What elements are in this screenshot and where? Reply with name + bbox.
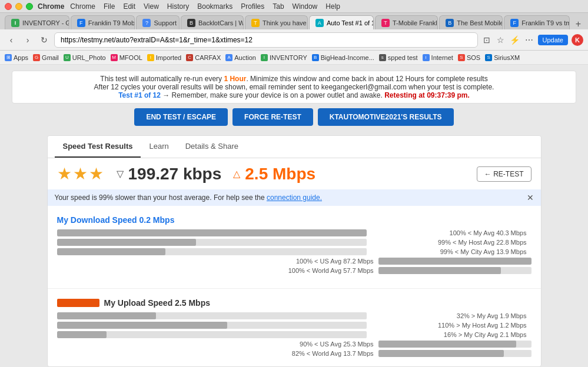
bookmark-bighead[interactable]: B BigHead-Income... bbox=[312, 54, 374, 61]
download-bar-hostval-container bbox=[57, 239, 367, 246]
back-button[interactable]: ‹ bbox=[5, 34, 18, 46]
bookmark-inventory[interactable]: I INVENTORY bbox=[261, 54, 307, 61]
download-bar-hostval-label: 99% < My Host Avg 22.8 Mbps bbox=[367, 239, 531, 246]
menu-tab[interactable]: Tab bbox=[273, 2, 284, 11]
tab-favicon-franklin: F bbox=[77, 19, 85, 27]
download-bar-myavg-container bbox=[57, 229, 367, 236]
test-number: Test #1 of 12 bbox=[118, 91, 161, 99]
tab-details-share[interactable]: Details & Share bbox=[177, 136, 247, 158]
info-banner: Your speed is 99% slower than your host … bbox=[48, 189, 541, 206]
speedtest-icon: s bbox=[379, 54, 386, 61]
action-buttons: END TEST / ESCAPE FORCE RE-TEST KTAUTOMO… bbox=[12, 108, 576, 126]
menu-help[interactable]: Help bbox=[325, 2, 340, 11]
tab-inventory[interactable]: I INVENTORY - G... ✕ bbox=[5, 15, 69, 29]
url-bar: ‹ › ↻ https://testmy.net/auto?extralD=A&… bbox=[0, 29, 588, 51]
title-bar: Chrome Chrome File Edit View History Boo… bbox=[0, 0, 588, 13]
end-test-button[interactable]: END TEST / ESCAPE bbox=[134, 108, 228, 126]
gmail-icon: G bbox=[33, 54, 40, 61]
tab-tmobile[interactable]: T T-Mobile Frankli... ✕ bbox=[375, 15, 438, 29]
tab-backlot[interactable]: B BacklotCars | W... ✕ bbox=[181, 15, 244, 29]
tab-favicon-support: ? bbox=[142, 19, 151, 27]
bookmark-carfax[interactable]: C CARFAX bbox=[186, 54, 221, 61]
upload-bar-worldavg-container bbox=[378, 350, 531, 357]
bookmark-siriusxm[interactable]: S SiriusXM bbox=[485, 54, 520, 61]
inventory-icon: I bbox=[261, 54, 268, 61]
update-button[interactable]: Update bbox=[538, 35, 568, 45]
favorites-icon[interactable]: ☆ bbox=[496, 35, 506, 45]
tab-speed-test-results[interactable]: Speed Test Results bbox=[55, 136, 141, 158]
tab-franklinvs[interactable]: F Franklin T9 vs tm... ✕ bbox=[504, 15, 569, 29]
tab-favicon-bestmobile: B bbox=[446, 19, 454, 27]
hour-text: 1 Hour bbox=[224, 75, 246, 83]
menu-bookmarks[interactable]: Bookmarks bbox=[197, 2, 232, 11]
app-name: Chrome bbox=[38, 2, 64, 11]
bookmark-internet[interactable]: i Internet bbox=[423, 54, 453, 61]
reload-button[interactable]: ↻ bbox=[38, 34, 51, 46]
download-bar-worldavg-fill bbox=[378, 267, 501, 274]
url-input[interactable]: https://testmy.net/auto?extralD=A&st=1&r… bbox=[54, 32, 478, 48]
retest-button[interactable]: ← RE-TEST bbox=[477, 166, 531, 182]
upload-bar-worldavg: 82% < World Avg 13.7 Mbps bbox=[57, 350, 531, 357]
download-bar-cityavg-container bbox=[57, 248, 367, 255]
profile-icon[interactable]: K bbox=[572, 34, 583, 46]
menu-edit[interactable]: Edit bbox=[123, 2, 135, 11]
bookmark-mfool[interactable]: M MFOOL bbox=[111, 54, 142, 61]
forward-button[interactable]: › bbox=[21, 34, 34, 46]
download-bar-usavg-container bbox=[378, 258, 531, 265]
notice-line2: After 12 cycles your overall results wil… bbox=[19, 83, 569, 91]
cast-icon[interactable]: ⊡ bbox=[481, 35, 492, 45]
carfax-icon: C bbox=[186, 54, 193, 61]
upload-speed: △ 2.5 Mbps bbox=[233, 165, 315, 184]
download-bar-usavg-fill bbox=[378, 258, 531, 265]
card-tabs: Speed Test Results Learn Details & Share bbox=[48, 136, 541, 158]
upload-bar-myavg: 32% > My Avg 1.9 Mbps bbox=[57, 312, 531, 319]
menu-file[interactable]: File bbox=[104, 2, 115, 11]
upload-bar-usavg: 90% < US Avg 25.3 Mbps bbox=[57, 341, 531, 348]
tab-favicon-tmobile: T bbox=[381, 19, 390, 27]
download-bar-usavg-label: 100% < US Avg 87.2 Mbps bbox=[57, 258, 378, 265]
siriusxm-icon: S bbox=[485, 54, 492, 61]
tab-autotest[interactable]: A Auto Test #1 of 1... ✕ bbox=[309, 15, 374, 29]
upload-arrow-icon: △ bbox=[233, 168, 240, 179]
tab-favicon-think: T bbox=[251, 19, 260, 27]
tab-bestmobile[interactable]: B The Best Mobile... ✕ bbox=[439, 15, 503, 29]
fullscreen-button[interactable] bbox=[26, 3, 33, 10]
bookmark-auction[interactable]: A Auction bbox=[225, 54, 256, 61]
tab-support[interactable]: ? Support ✕ bbox=[136, 15, 179, 29]
menu-view[interactable]: View bbox=[144, 2, 159, 11]
upload-bar-usavg-fill bbox=[378, 341, 516, 348]
menu-chrome[interactable]: Chrome bbox=[70, 2, 95, 11]
close-button[interactable] bbox=[5, 3, 12, 10]
upload-bar-cityavg-label: 16% > My City Avg 2.1 Mbps bbox=[367, 331, 531, 338]
bookmark-sos[interactable]: S SOS bbox=[458, 54, 480, 61]
tab-learn[interactable]: Learn bbox=[141, 136, 177, 158]
menu-bar: Chrome File Edit View History Bookmarks … bbox=[70, 2, 340, 11]
settings-icon[interactable]: ⋯ bbox=[524, 35, 534, 45]
extensions-icon[interactable]: ⚡ bbox=[510, 35, 520, 45]
bookmark-speedtest[interactable]: s spped test bbox=[379, 54, 418, 61]
upload-bar-cityavg-fill bbox=[57, 331, 107, 338]
upload-bar-worldavg-label: 82% < World Avg 13.7 Mbps bbox=[57, 350, 378, 357]
minimize-button[interactable] bbox=[15, 3, 22, 10]
menu-history[interactable]: History bbox=[167, 2, 189, 11]
menu-window[interactable]: Window bbox=[293, 2, 318, 11]
force-retest-button[interactable]: FORCE RE-TEST bbox=[232, 108, 313, 126]
bookmark-gmail[interactable]: G Gmail bbox=[33, 54, 59, 61]
bookmark-urlphoto[interactable]: U URL_Photo bbox=[64, 54, 106, 61]
new-tab-button[interactable]: + bbox=[573, 19, 583, 29]
tab-favicon-autotest: A bbox=[315, 19, 324, 27]
menu-profiles[interactable]: Profiles bbox=[241, 2, 264, 11]
download-speed: ▽ 199.27 kbps bbox=[117, 165, 222, 184]
tab-think[interactable]: T Think you have ... ✕ bbox=[245, 15, 308, 29]
bookmark-imported[interactable]: I Imported bbox=[147, 54, 181, 61]
internet-icon: i bbox=[423, 54, 430, 61]
results-button[interactable]: KTAUTOMOTIVE2021'S RESULTS bbox=[318, 108, 454, 126]
upload-bar-worldavg-fill bbox=[378, 350, 504, 357]
connection-guide-link[interactable]: connection guide. bbox=[267, 193, 322, 202]
upload-bar-hostval-container bbox=[57, 322, 367, 329]
upload-bar-cityavg-container bbox=[57, 331, 367, 338]
tab-franklin[interactable]: F Franklin T9 Mobi... ✕ bbox=[71, 15, 135, 29]
notice-line1: This test will automatically re-run ever… bbox=[19, 75, 569, 83]
bookmark-apps[interactable]: ⊞ Apps bbox=[5, 54, 28, 61]
info-close-button[interactable]: ✕ bbox=[527, 193, 534, 202]
